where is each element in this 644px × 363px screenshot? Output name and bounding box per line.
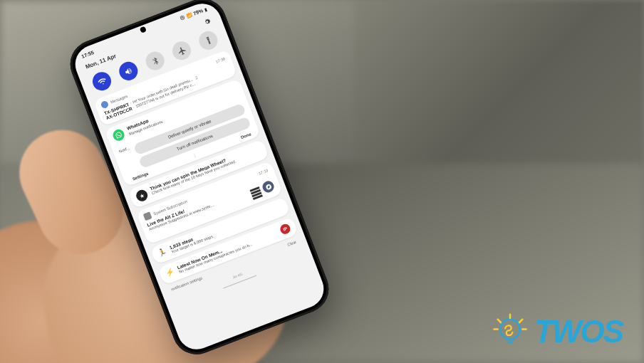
news-badge: IP bbox=[279, 223, 291, 236]
messages-app-icon bbox=[100, 100, 109, 110]
nfc-icon: ⓝ bbox=[180, 14, 186, 22]
whatsapp-app-icon bbox=[111, 127, 126, 142]
notification-time: 17:19 bbox=[258, 168, 269, 176]
done-button[interactable]: Done bbox=[240, 132, 251, 140]
qs-flashlight-toggle[interactable] bbox=[197, 28, 221, 53]
svg-point-0 bbox=[500, 320, 520, 340]
clear-all-button[interactable]: Clear bbox=[286, 240, 296, 247]
system-icon bbox=[143, 211, 152, 221]
battery-icon: ▮ bbox=[204, 6, 207, 12]
notification-time: 17:36 bbox=[215, 56, 226, 64]
count-badge: 2 bbox=[194, 75, 198, 81]
settings-button[interactable]: Settings bbox=[132, 172, 149, 182]
qs-wifi-toggle[interactable] bbox=[90, 69, 114, 93]
svg-line-3 bbox=[519, 320, 522, 322]
twos-logo: TWOS bbox=[492, 313, 623, 350]
qs-airplane-toggle[interactable] bbox=[170, 38, 194, 63]
notif-label: Notif... bbox=[118, 146, 130, 154]
promo-icon: ★ bbox=[135, 188, 150, 203]
qs-bluetooth-toggle[interactable] bbox=[143, 49, 167, 73]
signal-icon: 📶 bbox=[186, 12, 192, 19]
qs-sound-toggle[interactable] bbox=[117, 59, 141, 83]
compass-icon bbox=[261, 179, 276, 194]
logo-text: TWOS bbox=[534, 314, 623, 349]
settings-gear-icon[interactable] bbox=[201, 15, 212, 26]
lightbulb-icon bbox=[492, 313, 529, 350]
svg-line-2 bbox=[498, 320, 501, 322]
barcode-thumbnail bbox=[249, 183, 263, 200]
steps-icon: 🏃 bbox=[157, 247, 167, 258]
flash-icon: ⚡ bbox=[165, 267, 175, 278]
